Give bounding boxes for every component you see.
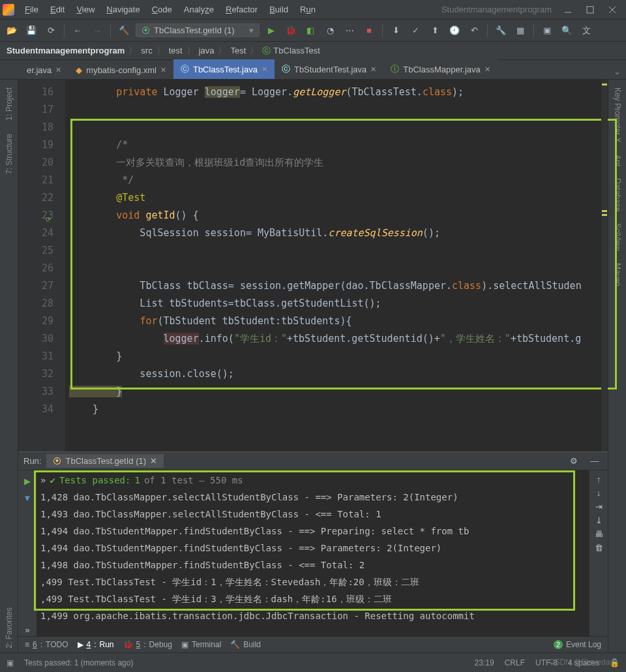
breadcrumb-package[interactable]: Test: [230, 46, 246, 55]
expand-button[interactable]: »: [21, 623, 34, 636]
vcs-commit-button[interactable]: ✓: [408, 23, 423, 38]
console-line: 1,498 dao.TbStudentMapper.findStudentByC…: [40, 557, 586, 573]
event-log-button[interactable]: 2 Event Log: [554, 640, 601, 649]
tests-status: » ✔ Tests passed: 1 of 1 test – 550 ms: [40, 472, 586, 489]
attach-button[interactable]: ⋯: [342, 23, 357, 38]
window-title: Studentmanagementprogram: [441, 5, 552, 14]
debug-button[interactable]: 🐞: [283, 23, 299, 38]
print-button[interactable]: 🖶: [595, 529, 603, 539]
tool-ant[interactable]: Ant: [612, 151, 623, 170]
save-all-button[interactable]: 💾: [23, 23, 39, 38]
menu-file[interactable]: File: [20, 3, 44, 16]
caret-position[interactable]: 23:19: [475, 658, 494, 667]
tool-keypromoter[interactable]: Key Promoter X: [612, 84, 623, 147]
breadcrumb-class[interactable]: ⓒ TbClassTest: [262, 45, 320, 57]
breadcrumb-java[interactable]: java: [199, 46, 215, 55]
tool-debug[interactable]: 🐞 5: Debug: [123, 640, 172, 649]
menu-code[interactable]: Code: [147, 3, 177, 16]
run-config-selector[interactable]: ⦿ TbClassTest.getId (1) ▾: [136, 23, 260, 37]
code-area[interactable]: private Logger logger= Logger.getLogger(…: [65, 80, 608, 451]
interface-icon: Ⓘ: [391, 63, 399, 75]
scroll-down-button[interactable]: ↓: [597, 488, 601, 498]
tool-maven[interactable]: Maven: [612, 259, 623, 290]
close-icon[interactable]: ✕: [160, 66, 166, 74]
profile-button[interactable]: ◔: [322, 23, 338, 38]
tool-favorites[interactable]: 2: Favorites: [3, 603, 15, 652]
tabs-overflow-button[interactable]: ⌄: [608, 64, 626, 79]
tab-er-java[interactable]: er.java✕: [20, 61, 68, 79]
breadcrumb-project[interactable]: Studentmanagementprogram: [7, 46, 125, 55]
run-console[interactable]: » ✔ Tests passed: 1 of 1 test – 550 ms 1…: [37, 470, 589, 636]
run-tab[interactable]: ⦿ TbClassTest.getId (1) ✕: [46, 454, 164, 468]
breadcrumb-src[interactable]: src: [141, 46, 152, 55]
editor-gutter[interactable]: 1617181920212223⟳2425262728293031323334: [18, 80, 65, 451]
run-button[interactable]: ▶: [263, 23, 279, 38]
watermark: CSDN @Stevedash: [549, 658, 618, 667]
close-button[interactable]: [601, 1, 623, 18]
open-button[interactable]: 📂: [4, 23, 20, 38]
soft-wrap-button[interactable]: ⇥: [595, 502, 603, 512]
toggle-button[interactable]: ▼: [21, 491, 34, 504]
tab-tbclassmapper[interactable]: ⒾTbClassMapper.java✕: [383, 59, 498, 79]
navigation-breadcrumb: Studentmanagementprogram 〉 src 〉 test 〉 …: [0, 42, 626, 60]
settings-button[interactable]: 🔧: [493, 23, 509, 38]
rerun-button[interactable]: ▶: [21, 474, 34, 487]
menu-navigate[interactable]: Navigate: [101, 3, 145, 16]
minimize-button[interactable]: [557, 1, 579, 18]
close-icon[interactable]: ✕: [150, 456, 157, 466]
menu-edit[interactable]: Edit: [45, 3, 70, 16]
class-icon: ⓒ: [262, 45, 271, 57]
project-structure-button[interactable]: ▦: [513, 23, 528, 38]
menu-view[interactable]: View: [71, 3, 100, 16]
code-editor[interactable]: 1617181920212223⟳2425262728293031323334 …: [18, 80, 608, 451]
tool-run[interactable]: ▶ 4: Run: [78, 640, 114, 649]
tool-build[interactable]: 🔨 Build: [230, 640, 261, 649]
forward-button[interactable]: →: [89, 23, 105, 38]
search-everywhere-button[interactable]: 🔍: [559, 23, 574, 38]
build-button[interactable]: 🔨: [116, 23, 132, 38]
scroll-end-button[interactable]: ⤓: [595, 515, 603, 525]
menu-build[interactable]: Build: [264, 3, 293, 16]
breadcrumb-test[interactable]: test: [169, 46, 183, 55]
java-test-icon: ⓒ: [282, 63, 290, 75]
translate-button[interactable]: 文: [578, 23, 594, 38]
run-settings-button[interactable]: ⚙: [566, 453, 582, 469]
run-header: Run: ⦿ TbClassTest.getId (1) ✕ ⚙ —: [18, 452, 608, 470]
console-line: 1,494 dao.TbStudentMapper.findStudentByC…: [40, 540, 586, 557]
tab-mybatis-config[interactable]: ◆mybatis-config.xml✕: [68, 61, 173, 79]
line-separator[interactable]: CRLF: [505, 658, 525, 667]
run-config-label: TbClassTest.getId (1): [154, 25, 235, 35]
check-icon: ✔: [50, 472, 55, 489]
close-icon[interactable]: ✕: [370, 65, 376, 74]
stop-button[interactable]: ■: [361, 23, 377, 38]
code-with-me-button[interactable]: ▣: [539, 23, 555, 38]
vcs-revert-button[interactable]: ↶: [466, 23, 482, 38]
tool-project[interactable]: 1: Project: [3, 84, 15, 125]
clear-button[interactable]: 🗑: [595, 543, 603, 553]
menu-run[interactable]: Run: [295, 3, 321, 16]
vcs-push-button[interactable]: ⬆: [427, 23, 443, 38]
run-hide-button[interactable]: —: [587, 453, 603, 469]
scroll-up-button[interactable]: ↑: [597, 474, 601, 484]
menu-analyze[interactable]: Analyze: [179, 3, 219, 16]
maximize-button[interactable]: [579, 1, 601, 18]
close-icon[interactable]: ✕: [55, 66, 61, 74]
tab-tbstudenttest[interactable]: ⓒTbStudentTest.java✕: [275, 59, 383, 79]
close-icon[interactable]: ✕: [484, 65, 490, 74]
tab-tbclasstest[interactable]: ⓒTbClassTest.java✕: [173, 59, 275, 79]
tool-terminal[interactable]: ▣ Terminal: [181, 640, 221, 649]
status-message: Tests passed: 1 (moments ago): [24, 658, 133, 667]
tool-todo[interactable]: ≡ 6: TODO: [25, 640, 68, 649]
vcs-history-button[interactable]: 🕘: [447, 23, 462, 38]
coverage-button[interactable]: ◧: [303, 23, 318, 38]
xml-icon: ◆: [76, 65, 82, 75]
tool-structure[interactable]: 7: Structure: [3, 130, 15, 178]
back-button[interactable]: ←: [70, 23, 85, 38]
sync-button[interactable]: ⟳: [43, 23, 59, 38]
close-icon[interactable]: ✕: [261, 65, 267, 74]
tool-sciview[interactable]: SciView: [612, 219, 623, 254]
menu-refactor[interactable]: Refactor: [220, 3, 263, 16]
vcs-update-button[interactable]: ⬇: [388, 23, 404, 38]
tool-database[interactable]: Database: [612, 174, 623, 215]
error-stripe[interactable]: [601, 80, 608, 451]
